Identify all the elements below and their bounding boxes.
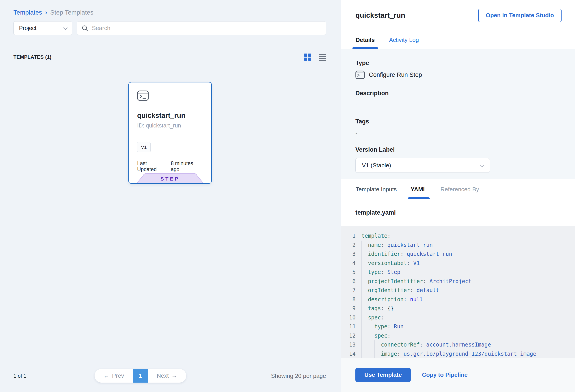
version-label: Version Label	[355, 146, 561, 153]
code-line: 4versionLabel: V1	[341, 259, 570, 268]
last-updated-row: Last Updated 8 minutes ago	[137, 160, 203, 172]
copy-to-pipeline-link[interactable]: Copy to Pipeline	[422, 371, 468, 378]
view-toggles	[303, 53, 327, 61]
last-updated-label: Last Updated	[137, 160, 168, 172]
line-number: 12	[347, 331, 356, 341]
pager: ← Prev 1 Next →	[95, 369, 186, 383]
next-page-button[interactable]: Next →	[148, 369, 187, 383]
open-in-template-studio-button[interactable]: Open in Template Studio	[478, 9, 562, 22]
description-label: Description	[355, 90, 561, 97]
tags-label: Tags	[355, 118, 561, 125]
description-value: -	[355, 101, 561, 108]
line-number: 3	[347, 250, 356, 259]
prev-page-button[interactable]: ← Prev	[95, 369, 133, 383]
type-label: Type	[355, 60, 561, 67]
chevron-down-icon	[63, 25, 68, 30]
card-divider	[137, 136, 203, 136]
line-number: 8	[347, 295, 356, 304]
line-number: 10	[347, 313, 356, 322]
tab-template-inputs[interactable]: Template Inputs	[353, 179, 400, 199]
line-number: 13	[347, 340, 356, 349]
line-number: 7	[347, 286, 356, 295]
type-value: Configure Run Step	[369, 71, 422, 78]
yaml-filename: template.yaml	[355, 209, 396, 216]
minimap-divider	[570, 226, 570, 358]
next-arrow-icon: →	[171, 372, 177, 379]
code-line: 5type: Step	[341, 268, 570, 277]
tab-referenced-by[interactable]: Referenced By	[437, 179, 482, 199]
details-tab-bar: Details Activity Log	[341, 31, 575, 49]
search-input[interactable]	[92, 25, 321, 32]
active-tab-indicator	[353, 47, 378, 49]
grid-view-icon	[303, 53, 312, 61]
templates-list-panel: Templates › Step Templates Project TEMPL…	[0, 0, 341, 392]
template-details-panel: quickstart_run Open in Template Studio D…	[341, 0, 575, 392]
type-row: Configure Run Step	[355, 70, 561, 79]
line-number: 5	[347, 268, 356, 277]
grid-view-button[interactable]	[303, 53, 312, 61]
current-page-indicator[interactable]: 1	[133, 369, 148, 383]
line-number: 1	[347, 231, 356, 241]
yaml-code-lines: 1template:2name: quickstart_run3identifi…	[341, 231, 570, 358]
version-select[interactable]: V1 (Stable)	[355, 158, 490, 173]
tab-activity-log-label: Activity Log	[389, 37, 419, 44]
code-line: 1template:	[341, 231, 570, 241]
next-label: Next	[157, 372, 169, 379]
code-line: 12spec:	[341, 331, 570, 341]
line-number: 11	[347, 322, 356, 331]
version-badge: V1	[137, 142, 151, 152]
scope-selector-value: Project	[19, 25, 37, 31]
template-card[interactable]: quickstart_run ID: quickstart_run V1 Las…	[128, 82, 212, 184]
tags-value: -	[355, 130, 561, 137]
tab-yaml-label: YAML	[411, 186, 427, 193]
code-line: 10spec:	[341, 313, 570, 322]
breadcrumb: Templates › Step Templates	[13, 9, 94, 16]
code-line: 11type: Run	[341, 322, 570, 331]
yaml-tab-bar: Template Inputs YAML Referenced By	[341, 179, 575, 199]
version-select-value: V1 (Stable)	[362, 162, 391, 169]
yaml-editor[interactable]: 1template:2name: quickstart_run3identifi…	[341, 226, 575, 358]
last-updated-value: 8 minutes ago	[171, 160, 203, 172]
details-title: quickstart_run	[355, 11, 405, 20]
step-ribbon-label: STEP	[137, 173, 204, 184]
chevron-down-icon	[480, 163, 484, 167]
tab-template-inputs-label: Template Inputs	[356, 186, 397, 193]
templates-count: TEMPLATES (1)	[13, 54, 51, 60]
code-line: 3identifier: quickstart_run	[341, 250, 570, 259]
line-number: 14	[347, 349, 356, 358]
page-summary: 1 of 1	[13, 373, 26, 379]
list-view-icon	[318, 53, 327, 61]
tab-yaml[interactable]: YAML	[407, 179, 430, 199]
breadcrumb-current: Step Templates	[50, 9, 94, 16]
run-step-icon	[355, 70, 365, 79]
tab-referenced-by-label: Referenced By	[441, 186, 479, 193]
scope-selector[interactable]: Project	[13, 21, 72, 35]
app-root: Templates › Step Templates Project TEMPL…	[0, 0, 575, 392]
run-step-icon	[137, 91, 149, 101]
code-line: 14image: us.gcr.io/playground-123/quicks…	[341, 349, 570, 358]
tab-details[interactable]: Details	[353, 31, 378, 49]
active-tab-indicator	[407, 197, 430, 199]
code-line: 2name: quickstart_run	[341, 241, 570, 250]
line-number: 6	[347, 277, 356, 286]
tab-activity-log[interactable]: Activity Log	[386, 31, 422, 49]
details-section: Type Configure Run Step Description - Ta…	[341, 49, 575, 179]
code-line: 6projectIdentifier: ArchitProject	[341, 277, 570, 286]
code-line: 8description: null	[341, 295, 570, 304]
line-number: 4	[347, 259, 356, 268]
search-icon	[82, 25, 88, 32]
code-line: 9tags: {}	[341, 304, 570, 313]
details-footer: Use Template Copy to Pipeline	[341, 358, 575, 392]
code-line: 13connectorRef: account.harnessImage	[341, 340, 570, 349]
prev-arrow-icon: ←	[103, 372, 109, 379]
breadcrumb-chevron-icon: ›	[45, 9, 47, 16]
list-view-button[interactable]	[318, 53, 327, 61]
per-page-label: Showing 20 per page	[271, 372, 326, 379]
breadcrumb-templates-link[interactable]: Templates	[13, 9, 42, 16]
card-id: ID: quickstart_run	[137, 122, 203, 129]
use-template-button[interactable]: Use Template	[355, 368, 411, 382]
tab-details-label: Details	[356, 37, 375, 44]
pagination-row: 1 of 1 ← Prev 1 Next → Showing 20 per pa…	[0, 369, 341, 383]
line-number: 2	[347, 241, 356, 250]
code-line: 7orgIdentifier: default	[341, 286, 570, 295]
